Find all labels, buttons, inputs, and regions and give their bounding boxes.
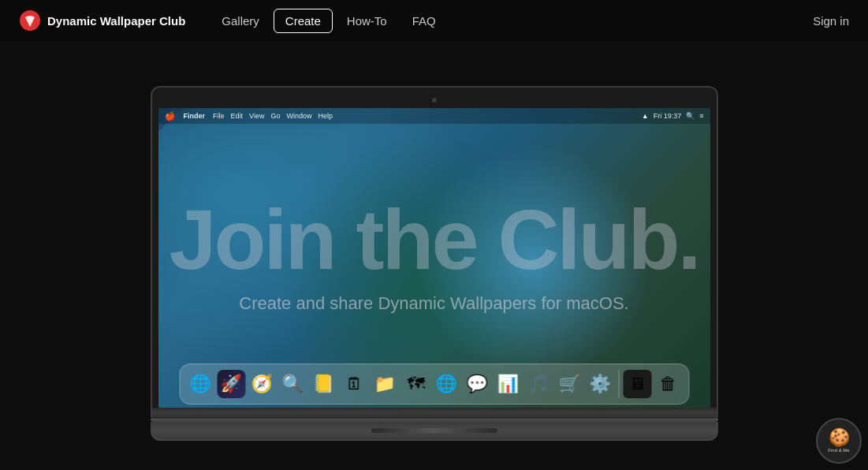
- wallpaper-blob-3: [395, 124, 671, 400]
- macos-menus: File Edit View Go Window Help: [213, 112, 333, 120]
- dock-safari[interactable]: 🧭: [248, 370, 276, 398]
- nav-gallery[interactable]: Gallery: [210, 9, 270, 32]
- search-icon: 🔍: [686, 112, 695, 120]
- menu-help: Help: [318, 112, 333, 120]
- dock-separator: [618, 370, 619, 398]
- macbook-trackpad-strip: [371, 428, 497, 433]
- nav-links: Gallery Create How-To FAQ: [210, 9, 813, 33]
- macbook-illustration: 🍎 Finder File Edit View Go Window Help ▲…: [151, 86, 718, 441]
- dock-display[interactable]: 🖥: [623, 370, 651, 398]
- macbook-screen-bezel: 🍎 Finder File Edit View Go Window Help ▲…: [151, 86, 718, 408]
- macos-screen: 🍎 Finder File Edit View Go Window Help ▲…: [158, 108, 710, 408]
- dock-launchpad[interactable]: 🚀: [217, 370, 245, 398]
- nav-howto[interactable]: How-To: [336, 9, 398, 32]
- clock: Fri 19:37: [654, 112, 682, 120]
- wifi-icon: ▲: [642, 112, 649, 120]
- cookie-icon: 🍪: [829, 427, 850, 448]
- macos-dock: 🌐 🚀 🧭 🔍 📒 🗓 📁 🗺 🌐 💬 📊 🎵 🛒 ⚙️ 🖥: [179, 364, 689, 405]
- menu-file: File: [213, 112, 225, 120]
- cookie-label: Find & Me: [828, 448, 849, 453]
- menu-view: View: [249, 112, 264, 120]
- navbar: Dynamic Wallpaper Club Gallery Create Ho…: [0, 0, 868, 41]
- menu-window: Window: [286, 112, 311, 120]
- dock-chrome[interactable]: 🌐: [432, 370, 460, 398]
- cookie-button[interactable]: 🍪 Find & Me: [816, 418, 862, 464]
- dock-spotlight[interactable]: 🔍: [278, 370, 307, 398]
- dock-calendar[interactable]: 🗓: [340, 370, 368, 398]
- macbook-camera: [432, 98, 437, 103]
- dock-prefs[interactable]: ⚙️: [586, 370, 614, 398]
- apple-menu: 🍎: [165, 111, 176, 121]
- macos-menubar: 🍎 Finder File Edit View Go Window Help ▲…: [158, 108, 710, 124]
- macbook-body: [151, 408, 718, 419]
- signin-button[interactable]: Sign in: [813, 14, 849, 28]
- dock-messages[interactable]: 💬: [463, 370, 491, 398]
- macos-menubar-right: ▲ Fri 19:37 🔍 ≡: [642, 112, 704, 120]
- menu-go: Go: [270, 112, 280, 120]
- macbook-foot: [151, 422, 718, 441]
- dock-music[interactable]: 🎵: [524, 370, 553, 398]
- nav-faq[interactable]: FAQ: [401, 9, 447, 32]
- hero-section: Join the Club. Create and share Dynamic …: [0, 41, 868, 470]
- finder-label: Finder: [184, 112, 206, 120]
- nav-create[interactable]: Create: [274, 9, 333, 33]
- dock-maps[interactable]: 🗺: [401, 370, 430, 398]
- logo-icon: [19, 9, 41, 32]
- dock-appstore[interactable]: 🛒: [555, 370, 583, 398]
- dock-sheets[interactable]: 📊: [494, 370, 522, 398]
- macbook-camera-bar: [158, 94, 710, 106]
- dock-trash[interactable]: 🗑: [654, 370, 682, 398]
- dock-finder[interactable]: 🌐: [186, 370, 214, 398]
- menu-edit: Edit: [231, 112, 244, 120]
- logo-link[interactable]: Dynamic Wallpaper Club: [19, 9, 185, 32]
- control-center-icon: ≡: [699, 112, 703, 120]
- dock-contacts[interactable]: 📒: [309, 370, 337, 398]
- brand-name: Dynamic Wallpaper Club: [47, 14, 185, 28]
- dock-files[interactable]: 📁: [371, 370, 399, 398]
